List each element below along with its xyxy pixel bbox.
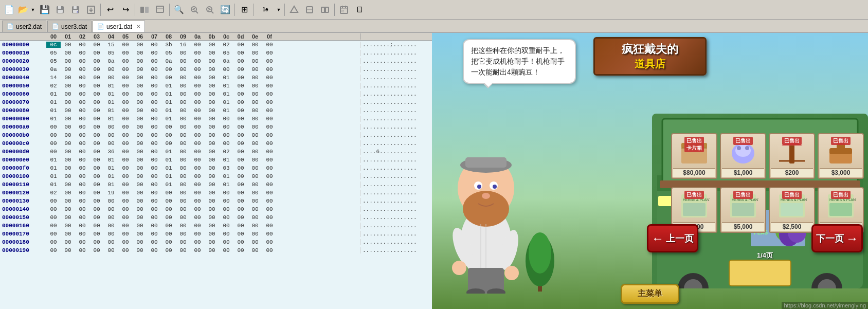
hex-byte[interactable]: 00 bbox=[104, 239, 118, 245]
hex-byte[interactable]: 00 bbox=[262, 132, 277, 138]
hex-byte[interactable]: 00 bbox=[161, 66, 176, 72]
hex-byte[interactable]: 00 bbox=[147, 91, 161, 97]
hex-byte[interactable]: 00 bbox=[233, 206, 248, 212]
hex-byte[interactable]: 01 bbox=[104, 181, 118, 188]
hex-byte[interactable]: 01 bbox=[46, 91, 61, 97]
hex-byte[interactable]: 00 bbox=[75, 66, 89, 72]
hex-byte[interactable]: 00 bbox=[161, 198, 176, 204]
export2-button[interactable] bbox=[153, 3, 167, 17]
hex-byte[interactable]: 00 bbox=[190, 149, 205, 155]
hex-byte[interactable]: 00 bbox=[248, 149, 262, 155]
hex-byte[interactable]: 19 bbox=[104, 190, 118, 196]
hex-byte[interactable]: 01 bbox=[104, 165, 118, 171]
hex-byte[interactable]: 14 bbox=[46, 75, 61, 81]
hex-byte[interactable]: 00 bbox=[190, 165, 205, 171]
hex-byte[interactable]: 00 bbox=[133, 75, 147, 81]
hex-byte[interactable]: 0c bbox=[46, 42, 61, 48]
open-dropdown-arrow[interactable]: ▼ bbox=[29, 3, 37, 17]
hex-byte[interactable]: 00 bbox=[75, 198, 89, 204]
hex-byte[interactable]: 00 bbox=[89, 132, 104, 138]
hex-byte[interactable]: 00 bbox=[61, 223, 75, 229]
hex-byte[interactable]: 00 bbox=[176, 66, 190, 72]
hex-byte[interactable]: 02 bbox=[219, 42, 233, 48]
hex-byte[interactable]: 00 bbox=[219, 206, 233, 212]
hex-byte[interactable]: 00 bbox=[61, 66, 75, 72]
hex-byte[interactable]: 00 bbox=[176, 239, 190, 245]
compare-button[interactable] bbox=[137, 3, 152, 17]
hex-byte[interactable]: 00 bbox=[89, 42, 104, 48]
hex-byte[interactable]: 00 bbox=[176, 83, 190, 89]
hex-byte[interactable]: 00 bbox=[89, 58, 104, 64]
hex-byte[interactable]: 00 bbox=[89, 107, 104, 114]
hex-byte[interactable]: 00 bbox=[190, 239, 205, 245]
hex-byte[interactable]: 01 bbox=[161, 83, 176, 89]
hex-byte[interactable]: 00 bbox=[104, 132, 118, 138]
shop-item-1[interactable]: 已售出 $1,000 bbox=[720, 133, 766, 179]
hex-byte[interactable]: 00 bbox=[190, 206, 205, 212]
hex-byte[interactable]: 00 bbox=[147, 165, 161, 171]
hex-byte[interactable]: 00 bbox=[248, 91, 262, 97]
hex-byte[interactable]: 00 bbox=[46, 206, 61, 212]
hex-byte[interactable]: 00 bbox=[104, 231, 118, 237]
hex-byte[interactable]: 00 bbox=[205, 132, 219, 138]
hex-byte[interactable]: 00 bbox=[161, 190, 176, 196]
hex-byte[interactable]: 00 bbox=[75, 239, 89, 245]
hex-byte[interactable]: 00 bbox=[118, 75, 133, 81]
hex-byte[interactable]: 01 bbox=[161, 181, 176, 188]
hex-byte[interactable]: 00 bbox=[147, 58, 161, 64]
hex-byte[interactable]: 00 bbox=[133, 223, 147, 229]
hex-byte[interactable]: 00 bbox=[75, 206, 89, 212]
hex-byte[interactable]: 01 bbox=[219, 83, 233, 89]
hex-byte[interactable]: 00 bbox=[75, 91, 89, 97]
hex-byte[interactable]: 00 bbox=[262, 223, 277, 229]
hex-byte[interactable]: 00 bbox=[219, 66, 233, 72]
hex-byte[interactable]: 00 bbox=[176, 247, 190, 253]
hex-byte[interactable]: 00 bbox=[233, 83, 248, 89]
hex-byte[interactable]: 00 bbox=[46, 247, 61, 253]
open-button[interactable]: 📂 bbox=[17, 3, 29, 17]
hex-byte[interactable]: 00 bbox=[262, 239, 277, 245]
hex-byte[interactable]: 00 bbox=[133, 181, 147, 188]
hex-byte[interactable]: 01 bbox=[161, 149, 176, 155]
hex-byte[interactable]: 01 bbox=[161, 107, 176, 114]
hex-byte[interactable]: 00 bbox=[205, 214, 219, 221]
hex-byte[interactable]: 00 bbox=[89, 231, 104, 237]
hex-byte[interactable]: 01 bbox=[46, 107, 61, 114]
hex-byte[interactable]: 00 bbox=[233, 231, 248, 237]
hex-byte[interactable]: 01 bbox=[104, 107, 118, 114]
hex-byte[interactable]: 00 bbox=[176, 75, 190, 81]
hex-byte[interactable]: 00 bbox=[161, 140, 176, 147]
hex-byte[interactable]: 00 bbox=[248, 99, 262, 105]
hex-byte[interactable]: 01 bbox=[161, 157, 176, 163]
hex-byte[interactable]: 00 bbox=[190, 58, 205, 64]
hex-byte[interactable]: 00 bbox=[205, 99, 219, 105]
hex-byte[interactable]: 00 bbox=[233, 157, 248, 163]
hex-byte[interactable]: 00 bbox=[205, 42, 219, 48]
hex-byte[interactable]: 00 bbox=[248, 181, 262, 188]
hex-byte[interactable]: 00 bbox=[233, 173, 248, 179]
hex-byte[interactable]: 02 bbox=[46, 83, 61, 89]
hex-byte[interactable]: 00 bbox=[176, 214, 190, 221]
table-row[interactable]: 000000a000000000000000000000000000000000… bbox=[0, 123, 432, 131]
hex-byte[interactable]: 01 bbox=[104, 83, 118, 89]
hex-byte[interactable]: 00 bbox=[104, 75, 118, 81]
hex-byte[interactable]: 00 bbox=[219, 198, 233, 204]
shop-item-0[interactable]: 已售出卡片箱 $80,000 bbox=[671, 133, 717, 179]
hex-byte[interactable]: 00 bbox=[118, 206, 133, 212]
hex-byte[interactable]: 00 bbox=[133, 190, 147, 196]
hex-byte[interactable]: 00 bbox=[248, 42, 262, 48]
hex-byte[interactable]: 01 bbox=[46, 116, 61, 122]
hex-byte[interactable]: 00 bbox=[248, 107, 262, 114]
hex-byte[interactable]: 00 bbox=[176, 223, 190, 229]
hex-byte[interactable]: 00 bbox=[248, 231, 262, 237]
hex-byte[interactable]: 00 bbox=[147, 214, 161, 221]
hex-byte[interactable]: 00 bbox=[176, 181, 190, 188]
hex-byte[interactable]: 00 bbox=[176, 99, 190, 105]
hex-byte[interactable]: 00 bbox=[133, 50, 147, 56]
hex-byte[interactable]: 01 bbox=[46, 173, 61, 179]
hex-byte[interactable]: 02 bbox=[46, 190, 61, 196]
hex-byte[interactable]: 00 bbox=[219, 231, 233, 237]
hex-byte[interactable]: 00 bbox=[205, 206, 219, 212]
hex-byte[interactable]: 00 bbox=[89, 50, 104, 56]
hex-byte[interactable]: 00 bbox=[219, 124, 233, 130]
